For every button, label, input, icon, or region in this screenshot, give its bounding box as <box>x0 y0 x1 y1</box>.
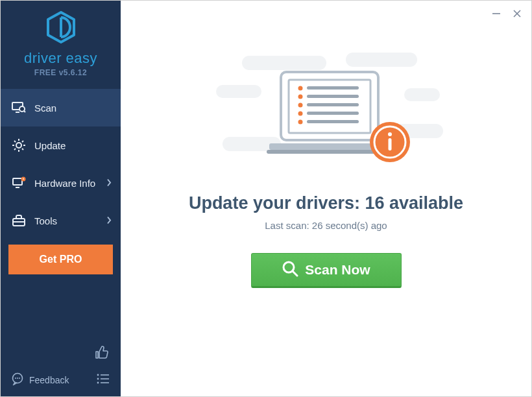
svg-point-21 <box>15 378 16 379</box>
toolbox-icon <box>11 213 27 228</box>
svg-point-26 <box>97 378 99 380</box>
svg-point-22 <box>17 378 18 379</box>
svg-point-47 <box>298 103 302 108</box>
app-logo-icon <box>45 11 77 46</box>
chevron-right-icon <box>106 215 112 226</box>
svg-rect-33 <box>242 56 326 70</box>
minimize-button[interactable] <box>487 6 505 21</box>
svg-rect-36 <box>404 88 440 101</box>
svg-rect-48 <box>307 103 359 106</box>
svg-rect-34 <box>346 53 417 67</box>
svg-line-11 <box>22 149 23 150</box>
svg-rect-14 <box>13 178 22 185</box>
svg-point-28 <box>97 382 99 384</box>
scan-now-label: Scan Now <box>305 262 370 278</box>
feedback-label: Feedback <box>29 375 69 385</box>
svg-point-5 <box>16 143 21 148</box>
driver-list-illustration <box>210 53 443 175</box>
sidebar-item-update[interactable]: Update <box>1 126 121 164</box>
window-controls <box>487 6 526 21</box>
thumbs-up-button[interactable] <box>8 340 113 367</box>
headline-suffix: available <box>385 193 464 213</box>
get-pro-button[interactable]: Get PRO <box>8 245 113 274</box>
sidebar-item-label: Scan <box>34 102 56 114</box>
svg-rect-56 <box>388 138 391 150</box>
feedback-button[interactable]: Feedback <box>11 372 69 387</box>
sidebar-item-label: Tools <box>34 215 57 226</box>
svg-rect-52 <box>307 120 359 123</box>
svg-rect-50 <box>307 112 359 115</box>
headline: Update your drivers: 16 available <box>189 193 463 213</box>
sidebar-item-label: Update <box>34 140 66 151</box>
svg-line-4 <box>24 111 25 112</box>
app-version: FREE v5.6.12 <box>1 68 121 77</box>
svg-point-23 <box>19 378 20 379</box>
sidebar-item-scan[interactable]: Scan <box>1 89 121 126</box>
svg-line-12 <box>14 149 16 150</box>
svg-line-10 <box>14 141 16 142</box>
main-panel: Update your drivers: 16 available Last s… <box>121 1 531 396</box>
sidebar-item-hardware-info[interactable]: Hardware Info <box>1 164 121 202</box>
sidebar: driver easy FREE v5.6.12 Scan <box>1 1 121 396</box>
gear-icon <box>11 138 27 152</box>
get-pro-label: Get PRO <box>40 254 82 265</box>
app-name: driver easy <box>1 50 121 67</box>
svg-point-49 <box>298 112 302 116</box>
logo-area: driver easy FREE v5.6.12 <box>1 1 121 84</box>
svg-point-3 <box>19 106 25 112</box>
svg-rect-44 <box>307 86 359 90</box>
chevron-right-icon <box>106 178 112 189</box>
close-button[interactable] <box>508 6 526 21</box>
svg-point-51 <box>298 120 302 125</box>
hardware-icon <box>11 176 27 190</box>
svg-point-43 <box>298 86 302 91</box>
svg-rect-35 <box>216 85 261 98</box>
scan-now-button[interactable]: Scan Now <box>251 253 402 288</box>
last-scan-text: Last scan: 26 second(s) ago <box>265 220 387 231</box>
sidebar-item-tools[interactable]: Tools <box>1 202 121 239</box>
menu-list-icon[interactable] <box>96 374 110 386</box>
monitor-search-icon <box>11 101 27 115</box>
sidebar-footer: Feedback <box>1 340 121 396</box>
svg-rect-46 <box>307 95 359 98</box>
svg-point-24 <box>97 374 99 376</box>
chat-icon <box>11 372 24 387</box>
svg-line-58 <box>293 271 297 276</box>
svg-point-45 <box>298 95 302 99</box>
svg-line-13 <box>22 141 23 142</box>
available-count: 16 <box>365 193 384 213</box>
search-icon <box>282 260 298 280</box>
sidebar-item-label: Hardware Info <box>34 178 95 189</box>
svg-point-55 <box>388 132 392 136</box>
headline-prefix: Update your drivers: <box>189 193 365 213</box>
nav: Scan Update <box>1 89 121 239</box>
